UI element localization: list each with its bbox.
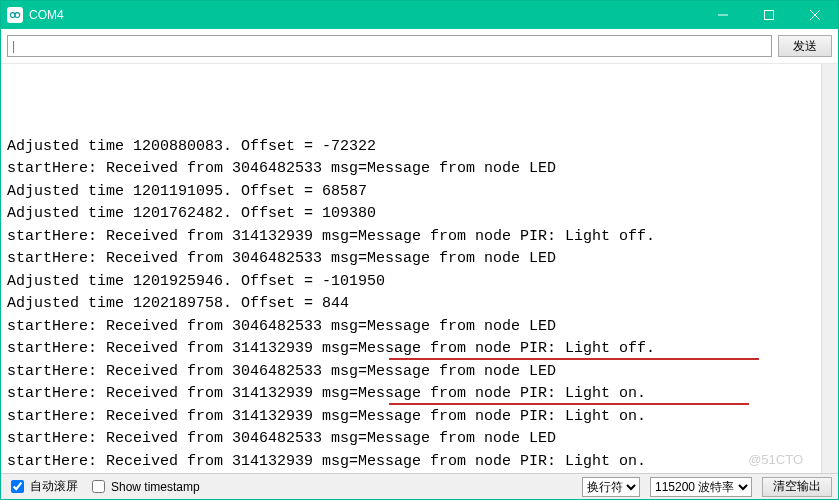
footer: 自动滚屏 Show timestamp 换行符 115200 波特率 清空输出 [1,473,838,499]
window-title: COM4 [29,8,64,22]
serial-monitor-window: COM4 发送 Adjusted time 1200880083. Offset… [0,0,839,500]
minimize-button[interactable] [700,1,746,29]
arduino-icon [7,7,23,23]
annotation-underline [389,403,749,405]
console-line: startHere: Received from 3046482533 msg=… [7,361,819,384]
scrollbar[interactable] [821,64,838,473]
close-button[interactable] [792,1,838,29]
console-line: Adjusted time 1200880083. Offset = -7232… [7,136,819,159]
timestamp-checkbox[interactable] [92,480,105,493]
clear-output-button[interactable]: 清空输出 [762,477,832,497]
svg-rect-3 [765,11,774,20]
console-line: startHere: Received from 3046482533 msg=… [7,158,819,181]
console-line: Adjusted time 1201191095. Offset = 68587 [7,181,819,204]
console-line: startHere: Received from 314132939 msg=M… [7,383,819,406]
send-button[interactable]: 发送 [778,35,832,57]
autoscroll-checkbox-label[interactable]: 自动滚屏 [7,477,78,496]
console-line: Adjusted time 1201925946. Offset = -1019… [7,271,819,294]
maximize-button[interactable] [746,1,792,29]
timestamp-text: Show timestamp [111,480,200,494]
annotation-underline [389,358,759,360]
timestamp-checkbox-label[interactable]: Show timestamp [88,477,200,496]
console-line: Adjusted time 1201762482. Offset = 10938… [7,203,819,226]
console-line: Adjusted time 1202189758. Offset = 844 [7,293,819,316]
console-line: startHere: Received from 3046482533 msg=… [7,428,819,451]
autoscroll-checkbox[interactable] [11,480,24,493]
autoscroll-text: 自动滚屏 [30,478,78,495]
console-line: startHere: Received from 314132939 msg=M… [7,406,819,429]
baud-rate-select[interactable]: 115200 波特率 [650,477,752,497]
console-line: startHere: Received from 314132939 msg=M… [7,226,819,249]
serial-output: Adjusted time 1200880083. Offset = -7232… [1,64,821,473]
serial-input[interactable] [7,35,772,57]
console-line: startHere: Received from 314132939 msg=M… [7,338,819,361]
titlebar: COM4 [1,1,838,29]
console-line: startHere: Received from 3046482533 msg=… [7,316,819,339]
input-bar: 发送 [1,29,838,64]
console-line: startHere: Received from 314132939 msg=M… [7,451,819,474]
line-ending-select[interactable]: 换行符 [582,477,640,497]
console-line: startHere: Received from 3046482533 msg=… [7,248,819,271]
